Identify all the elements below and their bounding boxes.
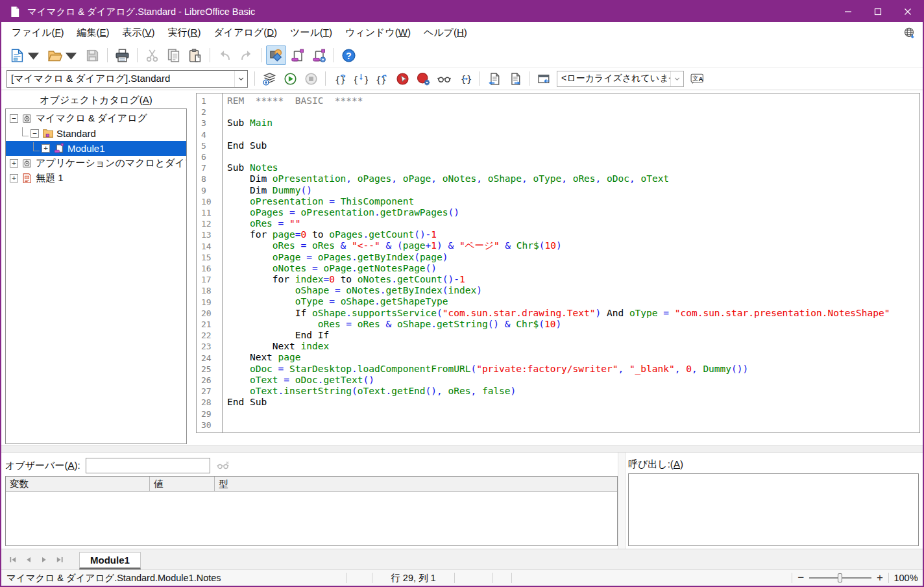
copy-button[interactable] [164,45,184,65]
paste-button[interactable] [185,45,205,65]
line-number[interactable]: 24 [201,353,222,364]
object-catalog-button[interactable] [266,45,286,65]
run-button[interactable] [280,69,300,88]
stop-button[interactable] [301,69,321,88]
line-number[interactable]: 10 [201,196,222,207]
expander-plus-icon[interactable]: + [42,144,50,153]
code-area[interactable]: REM ***** BASIC ***** Sub Main End Sub S… [223,94,919,432]
zoom-in-button[interactable]: + [871,571,888,584]
line-number[interactable]: 11 [201,207,222,218]
vertical-splitter[interactable] [188,90,196,445]
line-number[interactable]: 21 [201,319,222,330]
line-number[interactable]: 29 [201,408,222,419]
open-button[interactable] [45,45,81,65]
horizontal-splitter[interactable] [1,445,923,453]
menu-edit[interactable]: 編集(E) [71,24,116,42]
manage-language-button[interactable]: 文A [687,69,707,88]
remove-watch-button[interactable] [214,457,232,474]
zoom-out-button[interactable]: − [792,571,809,584]
import-dialog-button[interactable] [534,69,553,88]
tab-nav-first-button[interactable] [5,552,21,568]
compile-button[interactable] [260,69,279,88]
organize-macros-button[interactable] [309,45,329,65]
language-combobox[interactable]: <ローカライズされていません> [557,71,684,87]
tab-nav-last-button[interactable] [52,552,67,568]
line-number[interactable]: 12 [201,218,222,229]
line-number[interactable]: 7 [201,162,222,173]
line-number[interactable]: 8 [201,173,222,184]
library-combobox[interactable]: [マイマクロ & ダイアログ].Standard [6,70,248,88]
line-number[interactable]: 17 [201,274,222,285]
help-button[interactable]: ? [339,45,359,65]
line-number[interactable]: 2 [201,106,222,118]
find-parentheses-button[interactable]: {} [455,69,474,88]
watch-input[interactable] [86,458,210,473]
line-number[interactable]: 23 [201,341,222,352]
line-number[interactable]: 26 [201,375,222,386]
line-number[interactable]: 15 [201,252,222,263]
new-document-button[interactable] [7,45,43,65]
bottom-splitter[interactable] [618,453,626,549]
expander-plus-icon[interactable]: + [10,159,18,168]
line-number[interactable]: 19 [201,297,222,308]
expander-minus-icon[interactable]: − [10,114,18,123]
tab-nav-prev-button[interactable] [21,552,36,568]
line-number[interactable]: 25 [201,364,222,375]
code-editor[interactable]: 1234567891011121314151617181920212223242… [196,93,920,433]
line-number[interactable]: 14 [201,241,222,252]
language-globe-icon[interactable] [899,25,919,42]
tree-item-application-macros[interactable]: +アプリケーションのマクロとダイアログ [6,156,186,171]
line-number[interactable]: 6 [201,151,222,162]
tree-item-standard[interactable]: −Standard [6,126,186,141]
print-button[interactable] [112,45,132,65]
redo-button[interactable] [236,45,256,65]
import-source-button[interactable] [484,69,504,88]
line-number[interactable]: 16 [201,263,222,274]
line-number[interactable]: 30 [201,419,222,431]
chevron-down-icon[interactable] [670,71,683,86]
menu-help[interactable]: ヘルプ(H) [417,24,474,42]
chevron-down-icon[interactable] [234,71,247,87]
line-number[interactable]: 9 [201,185,222,196]
manage-breakpoints-button[interactable] [413,69,433,88]
watch-table-body[interactable] [6,492,617,545]
expander-minus-icon[interactable]: − [30,129,39,138]
save-button[interactable] [82,45,103,65]
maximize-button[interactable] [863,1,893,22]
cut-button[interactable] [142,45,162,65]
zoom-slider[interactable] [809,577,871,579]
step-out-button[interactable]: {} [372,69,391,88]
line-number[interactable]: 28 [201,397,222,408]
minimize-button[interactable] [833,1,863,22]
menu-tools[interactable]: ツール(T) [284,24,339,42]
line-number[interactable]: 20 [201,308,222,319]
line-number[interactable]: 13 [201,229,222,240]
line-number-gutter[interactable]: 1234567891011121314151617181920212223242… [197,94,223,432]
menu-window[interactable]: ウィンドウ(W) [339,24,417,42]
line-number[interactable]: 5 [201,140,222,151]
call-stack-list[interactable] [628,473,919,546]
line-number[interactable]: 3 [201,118,222,129]
close-button[interactable] [893,1,923,22]
line-number[interactable]: 18 [201,285,222,296]
line-number[interactable]: 4 [201,129,222,140]
tree-item-untitled-1[interactable]: +無題 1 [6,171,186,186]
line-number[interactable]: 27 [201,386,222,397]
menu-view[interactable]: 表示(V) [116,24,162,42]
zoom-slider-thumb[interactable] [838,573,842,582]
export-source-button[interactable] [505,69,524,88]
tab-module1[interactable]: Module1 [79,552,141,569]
tab-nav-next-button[interactable] [36,552,52,568]
toggle-breakpoint-button[interactable] [393,69,412,88]
undo-button[interactable] [215,45,235,65]
expander-plus-icon[interactable]: + [10,174,18,182]
line-number[interactable]: 1 [201,95,222,106]
step-over-button[interactable]: {} [330,69,350,88]
select-macro-button[interactable] [287,45,308,65]
enable-watch-button[interactable] [434,69,454,88]
tree-item-module1[interactable]: +Module1 [6,141,186,156]
line-number[interactable]: 22 [201,330,222,341]
tree-item-my-macros[interactable]: −マイマクロ & ダイアログ [6,111,186,126]
menu-dialog[interactable]: ダイアログ(D) [207,24,284,42]
menu-file[interactable]: ファイル(F) [5,24,71,42]
